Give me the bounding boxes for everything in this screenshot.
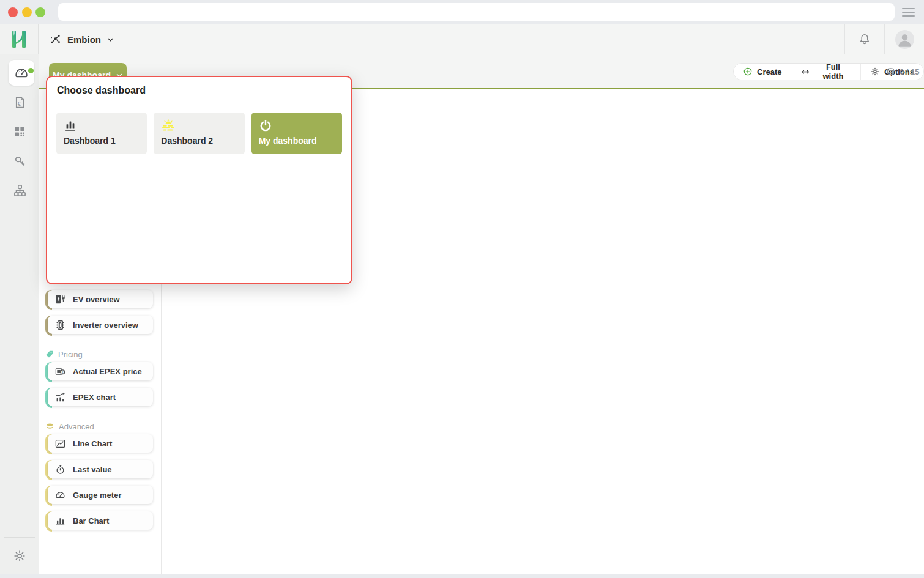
tag-icon <box>45 350 54 358</box>
avatar <box>895 30 914 49</box>
section-header-label: Pricing <box>58 350 83 359</box>
chevron-down-icon <box>106 35 114 43</box>
bar-chart-icon <box>54 515 66 527</box>
widget-label: Inverter overview <box>73 320 138 330</box>
line-chart-icon <box>54 438 66 450</box>
active-indicator-dot <box>28 68 34 73</box>
widget-label: Last value <box>73 465 112 474</box>
widget-last-value[interactable]: Last value <box>45 460 153 478</box>
bar-chart-icon <box>64 119 140 132</box>
create-widget-button[interactable]: Create <box>734 64 791 80</box>
widget-list: EV overview Inverter overview <box>45 290 153 530</box>
stack-icon <box>885 67 896 77</box>
widget-ev-overview[interactable]: EV overview <box>45 290 153 308</box>
browser-chrome <box>0 0 924 24</box>
key-icon <box>13 154 27 168</box>
widget-bar-chart[interactable]: Bar Chart <box>45 511 153 530</box>
notifications-button[interactable] <box>844 24 884 54</box>
window-bottom-edge <box>0 574 924 578</box>
browser-menu-icon[interactable] <box>902 8 915 17</box>
widget-label: Line Chart <box>73 439 112 448</box>
dashboard-card-2[interactable]: Dashboard 2 <box>154 113 244 154</box>
section-header-advanced: Advanced <box>45 421 153 431</box>
h-logo-icon <box>10 29 28 50</box>
chart-up-icon <box>54 391 66 403</box>
network-icon <box>49 33 62 46</box>
widget-label: Gauge meter <box>73 491 121 500</box>
user-menu-button[interactable] <box>884 24 924 54</box>
arrows-horizontal-icon <box>800 67 811 77</box>
sidebar: € <box>0 54 39 574</box>
close-window-button[interactable] <box>8 7 18 17</box>
choose-dashboard-modal: Choose dashboard Dashboard 1 <box>46 76 352 284</box>
sidebar-item-topology[interactable] <box>0 177 39 203</box>
dashboard-card-label: My dashboard <box>259 136 335 146</box>
address-bar-input[interactable] <box>58 3 895 21</box>
widget-counter-label: 0 / 15 <box>900 67 920 76</box>
sidebar-divider <box>4 537 35 538</box>
invoice-euro-icon: € <box>13 95 27 109</box>
app-header: Embion <box>0 24 924 54</box>
sitemap-icon <box>13 183 27 198</box>
sidebar-item-widgets[interactable] <box>0 119 39 144</box>
widget-label: Actual EPEX price <box>73 367 142 376</box>
widget-label: Bar Chart <box>73 516 109 525</box>
sidebar-item-billing[interactable]: € <box>0 89 39 115</box>
dashboard-card-my-dashboard[interactable]: My dashboard <box>251 113 342 154</box>
app-logo[interactable] <box>0 24 39 54</box>
bell-icon <box>858 32 871 46</box>
speedometer-icon <box>13 65 29 81</box>
full-width-button-label: Full width <box>815 63 851 80</box>
widget-label: EV overview <box>73 295 120 304</box>
gear-icon <box>13 549 26 563</box>
widget-line-chart[interactable]: Line Chart <box>45 434 153 453</box>
dashboard-card-1[interactable]: Dashboard 1 <box>56 113 147 154</box>
apps-grid-icon <box>13 125 26 138</box>
organization-selector[interactable]: Embion <box>49 24 114 54</box>
ev-charger-icon <box>54 294 66 305</box>
widget-counter: 0 / 15 <box>885 63 920 80</box>
widget-inverter-overview[interactable]: Inverter overview <box>45 316 153 334</box>
widget-gauge-meter[interactable]: Gauge meter <box>45 486 153 504</box>
widget-actual-epex-price[interactable]: € Actual EPEX price <box>45 362 153 380</box>
layers-icon <box>45 422 54 431</box>
svg-text:€: € <box>62 369 64 374</box>
inverter-chip-icon <box>54 319 66 331</box>
create-button-label: Create <box>757 67 781 76</box>
sidebar-item-access[interactable] <box>0 148 39 174</box>
svg-text:€: € <box>17 100 21 106</box>
modal-title: Choose dashboard <box>47 77 351 103</box>
section-header-pricing: Pricing <box>45 349 153 359</box>
maximize-window-button[interactable] <box>35 7 45 17</box>
widget-label: EPEX chart <box>73 393 116 402</box>
sidebar-item-settings[interactable] <box>0 543 39 569</box>
dashboard-card-label: Dashboard 2 <box>161 136 237 146</box>
widget-epex-chart[interactable]: EPEX chart <box>45 388 153 406</box>
section-header-label: Advanced <box>59 422 94 431</box>
stopwatch-icon <box>54 464 66 475</box>
euro-note-icon: € <box>54 366 66 377</box>
sunrise-icon <box>161 119 237 132</box>
gauge-icon <box>54 489 66 501</box>
gear-icon <box>870 67 880 76</box>
plus-circle-icon <box>743 67 753 76</box>
minimize-window-button[interactable] <box>22 7 32 17</box>
dashboard-card-list: Dashboard 1 Dashboard 2 <box>47 103 351 163</box>
dashboard-card-label: Dashboard 1 <box>64 136 140 146</box>
organization-name: Embion <box>67 34 101 45</box>
power-icon <box>259 119 335 132</box>
full-width-button[interactable]: Full width <box>791 64 860 80</box>
